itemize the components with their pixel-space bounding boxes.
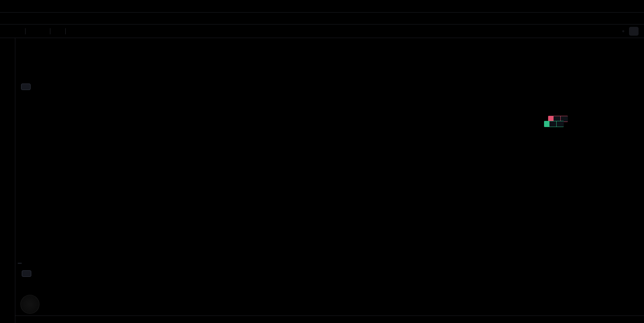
position-price bbox=[544, 121, 549, 127]
position-pnl bbox=[549, 121, 556, 127]
rsi-collapse-button[interactable] bbox=[22, 270, 31, 277]
trading-app bbox=[0, 0, 644, 323]
time-axis[interactable] bbox=[15, 316, 644, 323]
drawing-toolbar bbox=[0, 38, 15, 323]
legend-collapse-button[interactable] bbox=[21, 84, 31, 90]
position-close-icon[interactable] bbox=[556, 121, 564, 127]
position-tag-long[interactable] bbox=[544, 121, 564, 127]
chart-canvas[interactable] bbox=[0, 0, 644, 323]
watermark-logo bbox=[20, 295, 39, 314]
rsi-more-indicators-chip[interactable] bbox=[18, 263, 22, 264]
price-axis[interactable] bbox=[623, 38, 644, 323]
